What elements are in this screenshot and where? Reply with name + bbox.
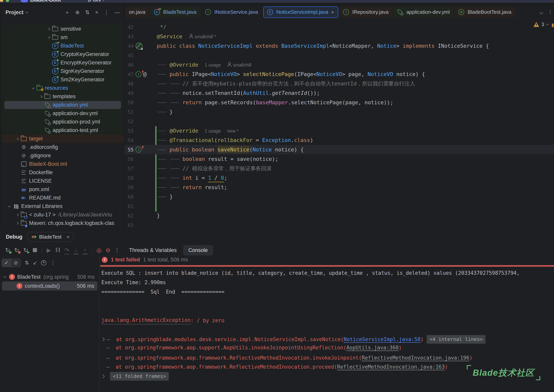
project-view-selector[interactable]: Project — [6, 9, 28, 15]
inspections-widget[interactable]: 3 — [533, 21, 548, 27]
chevron-down-icon[interactable] — [4, 275, 6, 278]
chevron-right-icon[interactable] — [46, 28, 52, 30]
chevron-right-icon[interactable] — [38, 96, 44, 98]
hide-panel-button[interactable]: — — [114, 9, 120, 15]
tree-item-templates[interactable]: templates — [2, 92, 124, 101]
tab-irepository-java[interactable]: IIRepository.java — [339, 7, 393, 17]
code-line-61[interactable]: 61 — [125, 202, 554, 211]
code-line-60[interactable]: 60} — [125, 192, 554, 202]
code-line-46[interactable]: 46@Override 1 usage smallchill — [125, 60, 554, 70]
tree-item-zulu-17[interactable]: < zulu-17 >/Library/Java/JavaVirtu — [2, 210, 124, 219]
code-line-42[interactable]: 42 */ — [125, 22, 554, 32]
tab-overflow-chevron-icon[interactable] — [540, 11, 543, 14]
error-stripe-mark[interactable] — [552, 24, 554, 27]
more-options-button[interactable]: ⋮ — [104, 9, 109, 15]
view-breakpoints-button[interactable]: ◎ — [94, 247, 104, 253]
test-tree-item-contextloads[interactable]: ! contextLoads() 506 ms — [2, 281, 98, 290]
add-button[interactable]: ＋ — [64, 9, 70, 16]
code-line-59[interactable]: 59return result; — [125, 183, 554, 192]
tree-item-encryptkeygenerator[interactable]: CEncryptKeyGenerator — [2, 58, 124, 67]
step-into-button[interactable]: ↓ — [71, 247, 81, 253]
tree-item-readme-md[interactable]: M↓README.md — [2, 194, 124, 202]
chevron-right-icon[interactable] — [14, 222, 20, 224]
zoom-traffic-light[interactable] — [6, 0, 9, 2]
sort-button[interactable]: ⇅ — [25, 260, 29, 266]
tab-on-java[interactable]: on.java — [125, 7, 149, 17]
rerun-failed-tests-button[interactable]: ↻ — [12, 247, 21, 253]
code-line-50[interactable]: 50return page.setRecords(baseMapper.sele… — [125, 98, 554, 107]
tab-application-dev-yml[interactable]: application-dev.yml — [394, 7, 454, 17]
chevron-right-icon[interactable] — [14, 214, 20, 216]
tree-item-gitignore[interactable]: ⊘.gitignore — [2, 151, 124, 160]
tree-item-sensitive[interactable]: sensitive — [2, 25, 124, 33]
tree-item-signkeygenerator[interactable]: CSignKeyGenerator — [2, 67, 124, 75]
code-line-62[interactable]: 62} — [125, 211, 554, 220]
tab-threads-variables[interactable]: Threads & Variables — [129, 247, 177, 253]
code-line-54[interactable]: 54@Transactional(rollbackFor = Exception… — [125, 135, 554, 145]
stack-frame-link[interactable]: ReflectiveMethodInvocation.java:163 — [337, 363, 445, 371]
tree-item-resources[interactable]: resources — [2, 84, 124, 92]
code-line-48[interactable]: 48// 若不使用mybatis-plus自带的分页方法，则不会自动带入tena… — [125, 79, 554, 88]
tree-item-application-dev-yml[interactable]: application-dev.yml — [2, 109, 124, 118]
tree-item-pom-xml[interactable]: mpom.xml — [2, 185, 124, 194]
code-line-45[interactable]: 45 — [125, 51, 554, 60]
code-editor[interactable]: 42 */43@Service smallchill *44public cla… — [125, 19, 554, 229]
show-duration-button[interactable] — [41, 260, 46, 266]
more-button[interactable]: ⋮ — [50, 260, 56, 266]
tree-item-maven-ch-qos-logback-logback-clas[interactable]: Maven: ch.qos.logback:logback-clas — [2, 219, 124, 227]
implementing-method-icon[interactable]: I — [136, 71, 141, 77]
code-line-52[interactable]: 52 — [125, 117, 554, 126]
stop-button[interactable] — [30, 247, 39, 253]
rerun-debug-button[interactable]: ↻ — [21, 247, 30, 253]
mute-breakpoints-button[interactable]: ⊘ — [104, 247, 112, 253]
code-line-51[interactable]: 51} — [125, 107, 554, 117]
show-passed-button[interactable]: ✓ — [2, 259, 11, 267]
test-tree-root[interactable]: ! BladeTest (org.spring 506 ms — [0, 273, 99, 281]
code-line-63[interactable]: 63 — [125, 220, 554, 229]
tree-item-sm2keygenerator[interactable]: CSm2KeyGenerator — [2, 75, 124, 84]
implementing-method-icon[interactable]: I — [136, 147, 141, 153]
tree-item-sm[interactable]: sm — [2, 33, 124, 42]
code-line-43[interactable]: 43@Service smallchill * — [125, 32, 554, 41]
locate-file-button[interactable]: ⊕ — [75, 9, 80, 15]
rerun-button[interactable]: ↻ — [3, 247, 12, 253]
stack-frame-link[interactable]: AopUtils.java:360 — [346, 344, 399, 351]
tree-item-application-prod-yml[interactable]: application-prod.yml — [2, 118, 124, 126]
close-icon[interactable]: × — [331, 10, 334, 15]
tab-bladetest-java[interactable]: CBladeTest.java — [150, 7, 200, 17]
tree-item-application-yml[interactable]: application.yml — [2, 101, 124, 109]
tree-item-cryptokeygenerator[interactable]: CCryptoKeyGenerator — [2, 50, 124, 58]
tree-item-target[interactable]: target — [2, 134, 124, 143]
tree-item-external-libraries[interactable]: External Libraries — [2, 202, 124, 210]
chevron-right-icon[interactable] — [46, 36, 52, 38]
code-line-55[interactable]: 55Ipublic boolean saveNotice(Notice noti… — [125, 145, 554, 154]
show-ignored-button[interactable]: ⊘ — [11, 259, 21, 267]
spring-bean-icon[interactable] — [136, 43, 142, 49]
code-line-44[interactable]: 44public class NoticeServiceImpl extends… — [125, 41, 554, 51]
code-line-47[interactable]: 47I@public IPage<NoticeVO> selectNoticeP… — [125, 70, 554, 79]
expand-collapse-button[interactable]: ⇅ — [85, 9, 90, 15]
tab-console[interactable]: Console — [183, 245, 213, 255]
tree-item-license[interactable]: LICENSE — [2, 177, 124, 185]
code-line-57[interactable]: 57// 模拟业务异常，用于验证事务回滚 — [125, 164, 554, 173]
more-button[interactable]: ⋮ — [112, 247, 122, 253]
code-line-56[interactable]: 56boolean result = save(notice); — [125, 154, 554, 164]
navigate-with-single-click-button[interactable]: ↙ — [33, 260, 37, 266]
chevron-down-icon[interactable] — [30, 88, 36, 89]
tab-inoticeservice-java[interactable]: IINoticeService.java — [202, 7, 262, 17]
code-line-49[interactable]: 49notice.setTenantId(AuthUtil.getTenantI… — [125, 88, 554, 98]
tree-item-bladex-boot-iml[interactable]: BladeX-Boot.iml — [2, 160, 124, 168]
tree-item-editorconfig[interactable]: ⚙.editorconfig — [2, 143, 124, 151]
code-line-53[interactable]: 53@Override 1 usage new * — [125, 126, 554, 135]
resume-program-button[interactable]: ▶ — [44, 247, 53, 253]
collapse-all-button[interactable]: × — [95, 9, 98, 15]
tab-noticeserviceimpl-java[interactable]: CNoticeServiceImpl.java× — [263, 7, 338, 18]
step-out-button[interactable]: ↑ — [81, 247, 90, 253]
git-branch-widget[interactable]: dev — [88, 0, 105, 3]
fold-expand-icon[interactable] — [101, 337, 105, 341]
minimize-traffic-light[interactable] — [0, 0, 3, 2]
step-over-button[interactable]: ↷ — [63, 247, 71, 253]
tree-item-bladetest[interactable]: CBladeTest — [2, 42, 124, 50]
stack-frame-link[interactable]: ReflectiveMethodInvocation.java:196 — [362, 354, 469, 361]
stack-frame-link[interactable]: NoticeServiceImpl.java:58 — [344, 336, 421, 343]
